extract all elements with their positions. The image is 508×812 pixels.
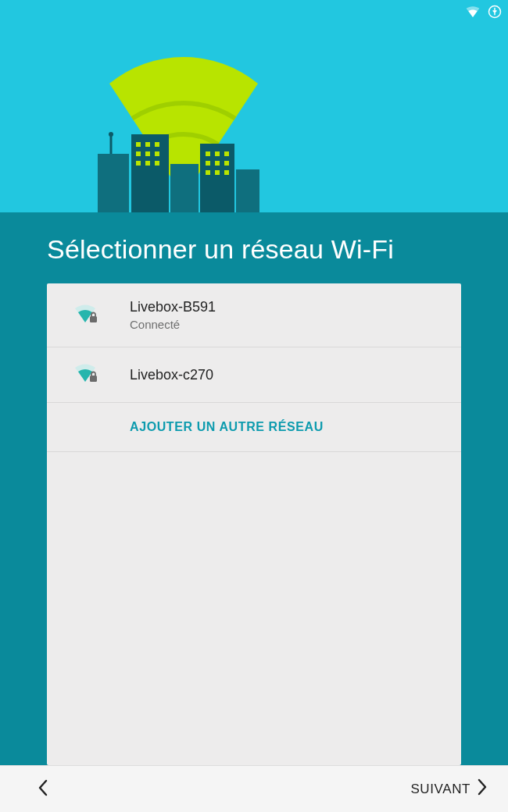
sync-status-icon — [488, 5, 502, 19]
wifi-status-label: Connecté — [130, 318, 445, 331]
svg-rect-17 — [206, 151, 210, 156]
wifi-status-icon — [466, 6, 480, 17]
hero-illustration — [70, 48, 274, 212]
footer-bar: SUIVANT — [0, 765, 508, 812]
svg-rect-7 — [236, 169, 259, 212]
svg-rect-19 — [224, 151, 229, 156]
wifi-network-item[interactable]: Livebox-B591 Connecté — [47, 283, 461, 347]
svg-rect-21 — [215, 161, 220, 166]
svg-rect-28 — [90, 316, 97, 322]
svg-rect-10 — [155, 142, 159, 147]
next-button[interactable]: SUIVANT — [407, 772, 491, 806]
chevron-right-icon — [477, 778, 488, 800]
wifi-ssid-label: Livebox-B591 — [130, 299, 445, 315]
next-button-label: SUIVANT — [410, 782, 470, 797]
status-bar — [466, 5, 502, 19]
svg-rect-11 — [136, 151, 141, 156]
svg-rect-18 — [215, 151, 220, 156]
svg-rect-12 — [145, 151, 150, 156]
cityscape-icon — [70, 126, 289, 212]
svg-rect-25 — [224, 170, 229, 175]
svg-rect-14 — [136, 161, 141, 166]
network-list-card: Livebox-B591 Connecté — [47, 283, 461, 765]
page-title: Sélectionner un réseau Wi-Fi — [47, 234, 461, 265]
svg-rect-24 — [215, 170, 220, 175]
svg-rect-29 — [90, 376, 97, 382]
svg-rect-3 — [98, 154, 129, 212]
wifi-secure-icon — [75, 363, 98, 386]
svg-rect-8 — [136, 142, 141, 147]
svg-rect-20 — [206, 161, 210, 166]
svg-rect-9 — [145, 142, 150, 147]
wifi-setup-screen: Sélectionner un réseau Wi-Fi Livebox — [0, 0, 508, 812]
add-network-label: AJOUTER UN AUTRE RÉSEAU — [130, 420, 324, 433]
svg-rect-16 — [155, 161, 159, 166]
wifi-ssid-label: Livebox-c270 — [130, 367, 445, 383]
svg-rect-13 — [155, 151, 159, 156]
hero-banner — [0, 0, 508, 212]
svg-rect-22 — [224, 161, 229, 166]
svg-rect-5 — [170, 164, 199, 212]
svg-point-27 — [109, 132, 113, 137]
wifi-network-item[interactable]: Livebox-c270 — [47, 347, 461, 403]
chevron-left-icon — [38, 785, 48, 799]
back-button[interactable] — [31, 773, 55, 806]
card-empty-area — [47, 452, 461, 765]
svg-rect-23 — [206, 170, 210, 175]
svg-rect-15 — [145, 161, 150, 166]
add-network-button[interactable]: AJOUTER UN AUTRE RÉSEAU — [47, 403, 461, 452]
wifi-secure-icon — [75, 304, 98, 327]
